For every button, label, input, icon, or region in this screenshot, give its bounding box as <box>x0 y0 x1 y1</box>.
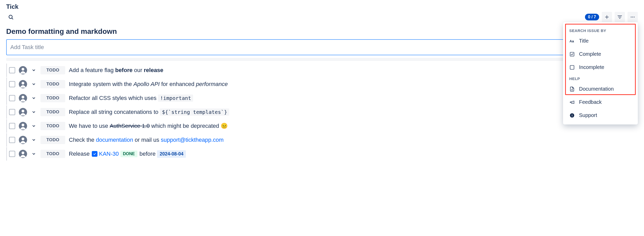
svg-line-1 <box>12 18 13 19</box>
link[interactable]: documentation <box>96 137 133 143</box>
task-row: TODOCheck the documentation or mail us s… <box>6 133 638 147</box>
text-fragment: for enhanced <box>161 81 194 88</box>
task-checkbox[interactable] <box>9 137 15 143</box>
assignee-avatar[interactable] <box>19 108 27 116</box>
search-icon <box>8 14 14 20</box>
expand-chevron[interactable] <box>31 109 37 115</box>
svg-rect-30 <box>572 115 572 116</box>
svg-point-13 <box>22 82 24 85</box>
task-title[interactable]: Integrate system with the Apollo API for… <box>69 81 228 88</box>
dropdown-item-feedback[interactable]: Feedback <box>563 96 638 109</box>
task-title[interactable]: Refactor all CSS styles which uses !impo… <box>69 95 193 102</box>
issue-type-icon <box>92 151 97 157</box>
dropdown-item-documentation[interactable]: Documentation <box>563 82 638 96</box>
more-button[interactable] <box>628 12 638 22</box>
svg-rect-25 <box>570 52 574 56</box>
add-task-input[interactable] <box>6 39 638 55</box>
task-title[interactable]: Replace all string concatenations to ${`… <box>69 108 229 116</box>
expand-chevron[interactable] <box>31 81 37 87</box>
date-chip: 2024-08-04 <box>157 150 186 158</box>
dropdown-item-label: Documentation <box>579 86 614 92</box>
assignee-avatar[interactable] <box>19 66 27 74</box>
issue-key: KAN-30 <box>99 151 119 157</box>
dropdown-item-complete[interactable]: Complete <box>563 48 638 61</box>
status-chip[interactable]: TODO <box>40 136 65 144</box>
dropdown-item-support[interactable]: Support <box>563 109 638 122</box>
task-checkbox[interactable] <box>9 67 15 73</box>
filter-button[interactable] <box>615 12 625 22</box>
text-fragment: AuthService 1.0 <box>110 123 150 129</box>
dropdown-section-search: SEARCH ISSUE BY <box>563 26 638 34</box>
more-icon <box>630 14 635 20</box>
svg-point-19 <box>22 124 24 127</box>
text-fragment: performance <box>196 81 228 88</box>
task-checkbox[interactable] <box>9 151 15 157</box>
assignee-avatar[interactable] <box>19 150 27 158</box>
text-icon: Aa <box>569 38 575 44</box>
count-badge: 0 / 7 <box>585 14 599 20</box>
text-fragment: Integrate system with the <box>69 81 132 88</box>
task-title[interactable]: We have to use AuthService 1.0 which mig… <box>69 123 228 129</box>
text-fragment: Replace all string concatenations to <box>69 109 158 115</box>
app-title: Tick <box>6 3 638 10</box>
dropdown-item-label: Complete <box>579 51 601 57</box>
dropdown-item-label: Title <box>579 38 589 44</box>
task-title[interactable]: Add a feature flag before our release <box>69 67 163 74</box>
more-dropdown: SEARCH ISSUE BY Aa Title Complete Incomp… <box>563 22 638 124</box>
status-chip[interactable]: TODO <box>40 122 65 130</box>
expand-chevron[interactable] <box>31 123 37 129</box>
svg-rect-26 <box>570 65 574 69</box>
link[interactable]: support@ticktheapp.com <box>161 137 224 143</box>
expand-chevron[interactable] <box>31 67 37 73</box>
text-fragment: before <box>115 67 133 74</box>
expand-chevron[interactable] <box>31 137 37 143</box>
task-title[interactable]: Release KAN-30DONE before 2024-08-04 <box>69 150 186 158</box>
task-checkbox[interactable] <box>9 109 15 115</box>
spacer <box>6 58 638 61</box>
dropdown-section-help: HELP <box>563 74 638 82</box>
status-chip[interactable]: TODO <box>40 108 65 116</box>
svg-point-9 <box>634 17 634 17</box>
text-fragment: We have to use <box>69 123 108 129</box>
expand-chevron[interactable] <box>31 95 37 101</box>
text-fragment: Apollo API <box>134 81 160 88</box>
text-fragment: release <box>144 67 163 74</box>
text-fragment: Check the <box>69 137 94 143</box>
dropdown-item-incomplete[interactable]: Incomplete <box>563 61 638 74</box>
svg-text:Aa: Aa <box>569 39 574 43</box>
status-chip[interactable]: TODO <box>40 66 65 74</box>
document-icon <box>569 86 575 92</box>
task-checkbox[interactable] <box>9 123 15 129</box>
text-fragment: our <box>134 67 142 74</box>
assignee-avatar[interactable] <box>19 80 27 88</box>
search-button[interactable] <box>6 12 15 22</box>
issue-reference[interactable]: KAN-30DONE <box>91 151 138 157</box>
task-checkbox[interactable] <box>9 81 15 87</box>
task-title[interactable]: Check the documentation or mail us suppo… <box>69 137 224 143</box>
svg-point-21 <box>22 138 24 140</box>
text-fragment: Release <box>69 151 90 157</box>
expand-chevron[interactable] <box>31 151 37 157</box>
svg-point-11 <box>22 68 24 71</box>
page-title: Demo formatting and markdown <box>6 27 638 36</box>
status-chip[interactable]: TODO <box>40 80 65 88</box>
task-checkbox[interactable] <box>9 95 15 101</box>
task-row: TODORelease KAN-30DONE before 2024-08-04 <box>6 147 638 161</box>
text-fragment: Add a feature flag <box>69 67 114 74</box>
filter-icon <box>617 14 622 20</box>
svg-point-15 <box>22 96 24 99</box>
status-chip[interactable]: TODO <box>40 150 65 158</box>
assignee-avatar[interactable] <box>19 94 27 102</box>
assignee-avatar[interactable] <box>19 136 27 144</box>
text-fragment: 😐 <box>221 123 228 129</box>
text-fragment: or mail us <box>135 137 159 143</box>
dropdown-item-title[interactable]: Aa Title <box>563 34 638 48</box>
text-fragment: before <box>139 151 155 157</box>
plus-icon <box>605 15 609 19</box>
assignee-avatar[interactable] <box>19 122 27 130</box>
status-chip[interactable]: TODO <box>40 94 65 102</box>
svg-point-23 <box>22 152 24 154</box>
add-button[interactable] <box>602 12 612 22</box>
megaphone-icon <box>569 99 575 105</box>
text-fragment: ${`string templates`} <box>160 108 229 116</box>
